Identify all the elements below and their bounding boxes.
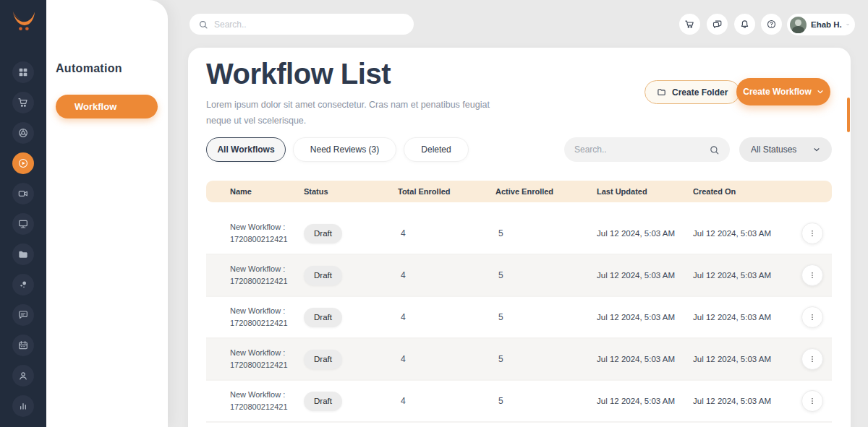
bell-icon [739, 19, 750, 30]
chevron-down-icon [813, 146, 820, 153]
sidebar-item-browser[interactable] [12, 122, 34, 144]
tab-need-reviews[interactable]: Need Reviews (3) [293, 137, 396, 162]
sidebar-item-account[interactable] [12, 365, 34, 387]
user-menu[interactable]: Ehab H. [787, 14, 855, 35]
avatar [790, 17, 807, 33]
kebab-menu-icon [808, 355, 817, 363]
table-header: Name Status Total Enrolled Active Enroll… [206, 181, 832, 202]
tab-all-workflows-label: All Workflows [217, 145, 274, 155]
status-badge: Draft [304, 392, 342, 411]
tab-all-workflows[interactable]: All Workflows [206, 137, 286, 162]
row-menu-button[interactable] [801, 306, 823, 328]
messages-button[interactable] [707, 14, 728, 35]
sidebar-item-dashboard[interactable] [12, 61, 34, 83]
total-enrolled-value: 4 [398, 312, 495, 322]
global-search[interactable] [190, 14, 414, 35]
active-enrolled-value: 5 [495, 228, 597, 238]
kebab-menu-icon [808, 229, 817, 238]
status-badge: Draft [304, 266, 342, 285]
sidebar-item-monitor[interactable] [12, 213, 34, 235]
created-on-value: Jul 12 2024, 5:03 AM [693, 355, 801, 363]
notifications-button[interactable] [734, 14, 755, 35]
created-on-value: Jul 12 2024, 5:03 AM [693, 229, 801, 238]
search-icon [709, 145, 720, 155]
status-badge: Draft [304, 350, 342, 369]
table-search-input[interactable] [574, 145, 709, 155]
user-name: Ehab H. [811, 20, 842, 29]
table-row[interactable]: New Workflow :1720800212421 Draft 4 5 Ju… [206, 339, 832, 381]
help-icon [766, 19, 777, 30]
col-created-on: Created On [693, 187, 801, 196]
last-updated-value: Jul 12 2024, 5:03 AM [597, 229, 693, 238]
active-enrolled-value: 5 [495, 354, 597, 364]
sidebar-item-analytics[interactable] [12, 395, 34, 417]
brand-logo-icon[interactable] [10, 9, 36, 33]
sidebar-item-workflow[interactable]: Workflow [56, 95, 158, 118]
table-search[interactable] [564, 137, 730, 162]
sidebar-item-store[interactable] [12, 92, 34, 113]
status-filter-dropdown[interactable]: All Statuses [739, 137, 832, 162]
tab-need-reviews-label: Need Reviews (3) [310, 145, 379, 155]
create-workflow-button[interactable]: Create Workflow [736, 78, 830, 105]
col-last-updated: Last Updated [597, 187, 693, 196]
total-enrolled-value: 4 [398, 354, 495, 364]
status-filter-value: All Statuses [751, 145, 796, 155]
workflow-name: New Workflow :1720800212421 [206, 263, 304, 288]
kebab-menu-icon [808, 271, 817, 280]
browser-icon [17, 127, 29, 139]
col-name: Name [206, 187, 304, 196]
messages-icon [712, 19, 723, 30]
active-enrolled-value: 5 [495, 270, 597, 280]
total-enrolled-value: 4 [398, 396, 495, 406]
row-menu-button[interactable] [801, 390, 823, 412]
cart-button[interactable] [679, 14, 700, 35]
page-subtitle: Lorem ipsum dolor sit amet consectetur. … [206, 98, 514, 129]
table-row[interactable]: New Workflow :1720800212421 Draft 4 5 Ju… [206, 381, 832, 423]
sidebar-item-files[interactable] [12, 243, 34, 265]
bubbles-icon [17, 279, 29, 290]
sidebar-item-integrations[interactable] [12, 274, 34, 296]
total-enrolled-value: 4 [398, 228, 495, 238]
workflow-name: New Workflow :1720800212421 [206, 221, 304, 246]
dashboard-icon [17, 66, 29, 78]
row-menu-button[interactable] [801, 223, 823, 244]
search-icon [198, 20, 208, 30]
folder-icon [657, 87, 666, 97]
table-row[interactable]: New Workflow :1720800212421 Draft 4 5 Ju… [206, 255, 832, 297]
active-enrolled-value: 5 [495, 396, 597, 406]
table-row[interactable]: New Workflow :1720800212421 Draft 4 5 Ju… [206, 213, 832, 255]
row-menu-button[interactable] [801, 264, 823, 286]
help-button[interactable] [761, 14, 782, 35]
sidebar-item-chat[interactable] [12, 304, 34, 326]
sub-sidebar: Automation Workflow [46, 0, 168, 427]
sidebar-item-automation[interactable] [12, 152, 34, 174]
row-menu-button[interactable] [801, 348, 823, 370]
user-icon [17, 370, 29, 381]
tab-deleted[interactable]: Deleted [404, 137, 469, 162]
last-updated-value: Jul 12 2024, 5:03 AM [597, 397, 693, 405]
created-on-value: Jul 12 2024, 5:03 AM [693, 397, 801, 405]
created-on-value: Jul 12 2024, 5:03 AM [693, 271, 801, 280]
scrollbar-thumb[interactable] [847, 98, 850, 132]
workflow-name: New Workflow :1720800212421 [206, 347, 304, 371]
sidebar-item-video[interactable] [12, 183, 34, 204]
table-body: New Workflow :1720800212421 Draft 4 5 Ju… [206, 213, 832, 423]
page-title: Workflow List [206, 58, 391, 90]
bar-chart-icon [17, 400, 29, 412]
active-enrolled-value: 5 [495, 312, 597, 322]
col-active-enrolled: Active Enrolled [495, 187, 597, 196]
create-folder-button[interactable]: Create Folder [644, 80, 740, 104]
folder-icon [17, 249, 29, 260]
chevron-down-icon [846, 21, 849, 28]
chat-icon [17, 309, 29, 321]
calendar-icon [17, 340, 29, 351]
sidebar-item-calendar[interactable] [12, 335, 34, 356]
kebab-menu-icon [808, 397, 817, 405]
create-folder-label: Create Folder [672, 87, 728, 98]
table-row[interactable]: New Workflow :1720800212421 Draft 4 5 Ju… [206, 297, 832, 339]
global-search-input[interactable] [214, 20, 405, 30]
workflow-name: New Workflow :1720800212421 [206, 305, 304, 329]
icon-rail [0, 0, 46, 427]
cart-icon [17, 97, 29, 108]
video-icon [17, 188, 29, 199]
